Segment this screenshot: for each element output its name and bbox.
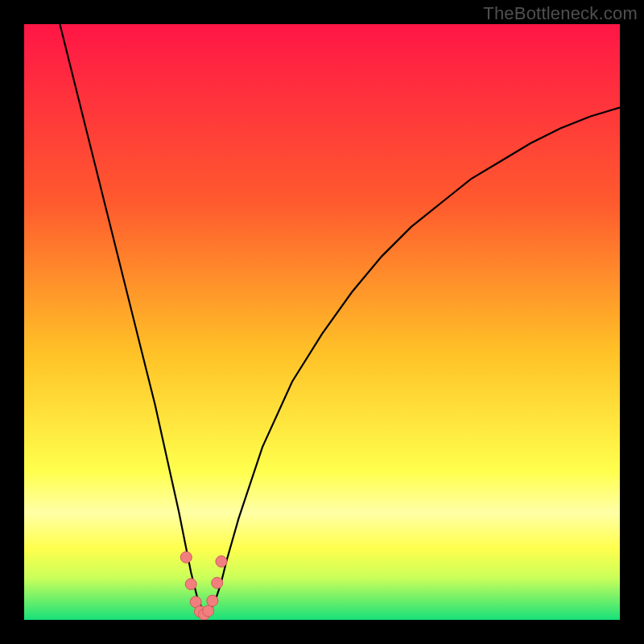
outer-frame: TheBottleneck.com bbox=[0, 0, 644, 644]
marker-dot bbox=[216, 555, 227, 567]
watermark-text: TheBottleneck.com bbox=[483, 3, 638, 24]
marker-dot bbox=[212, 577, 223, 588]
marker-dot bbox=[207, 595, 218, 606]
marker-dot bbox=[180, 551, 192, 563]
marker-dot bbox=[203, 605, 214, 617]
gradient-background bbox=[24, 24, 620, 620]
plot-area bbox=[24, 24, 620, 620]
chart-svg bbox=[24, 24, 620, 620]
marker-dot bbox=[185, 579, 196, 590]
